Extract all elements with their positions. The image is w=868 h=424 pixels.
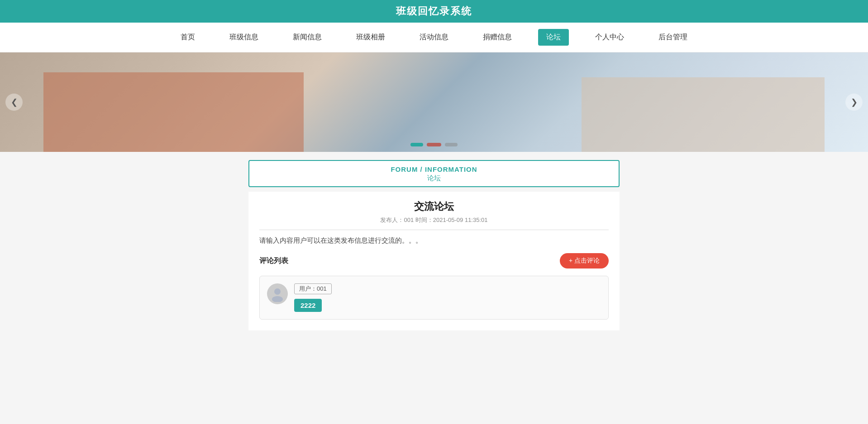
comment-content: 用户：001 2222 <box>294 283 601 312</box>
main-nav: 首页 班级信息 新闻信息 班级相册 活动信息 捐赠信息 论坛 个人中心 后台管理 <box>0 23 868 52</box>
site-title: 班级回忆录系统 <box>0 0 868 23</box>
nav-donations[interactable]: 捐赠信息 <box>475 29 520 46</box>
comment-card: 用户：001 2222 <box>259 276 609 320</box>
nav-news[interactable]: 新闻信息 <box>285 29 330 46</box>
section-header-cn: 论坛 <box>249 174 619 183</box>
forum-title: 交流论坛 <box>259 200 609 213</box>
nav-album[interactable]: 班级相册 <box>348 29 393 46</box>
banner: ❮ ❯ <box>0 52 868 152</box>
user-avatar <box>267 283 288 304</box>
banner-image <box>0 52 868 152</box>
comment-user-tag: 用户：001 <box>294 283 332 294</box>
nav-activities[interactable]: 活动信息 <box>411 29 457 46</box>
comment-section-header: 评论列表 + 点击评论 <box>259 253 609 269</box>
forum-body: 请输入内容用户可以在这类发布信息进行交流的。。。 <box>259 236 609 245</box>
carousel-prev-button[interactable]: ❮ <box>5 94 23 111</box>
section-header-en: FORUM / INFORMATION <box>249 165 619 173</box>
comment-list-label: 评论列表 <box>259 256 288 266</box>
dot-3[interactable] <box>445 143 458 146</box>
nav-admin[interactable]: 后台管理 <box>650 29 696 46</box>
dot-1[interactable] <box>410 143 423 146</box>
forum-meta: 发布人：001 时间：2021-05-09 11:35:01 <box>259 216 609 224</box>
nav-profile[interactable]: 个人中心 <box>587 29 632 46</box>
nav-forum[interactable]: 论坛 <box>538 29 569 46</box>
carousel-next-button[interactable]: ❯ <box>845 94 863 111</box>
main-content: 交流论坛 发布人：001 时间：2021-05-09 11:35:01 请输入内… <box>248 192 620 330</box>
svg-point-0 <box>274 288 281 295</box>
carousel-indicators <box>410 143 458 146</box>
add-comment-button[interactable]: + 点击评论 <box>560 253 609 269</box>
dot-2[interactable] <box>427 143 441 146</box>
nav-class-info[interactable]: 班级信息 <box>221 29 267 46</box>
section-header-box: FORUM / INFORMATION 论坛 <box>248 160 620 187</box>
nav-home[interactable]: 首页 <box>172 29 203 46</box>
forum-divider <box>259 230 609 230</box>
comment-text: 2222 <box>294 299 322 312</box>
svg-point-1 <box>272 296 283 302</box>
